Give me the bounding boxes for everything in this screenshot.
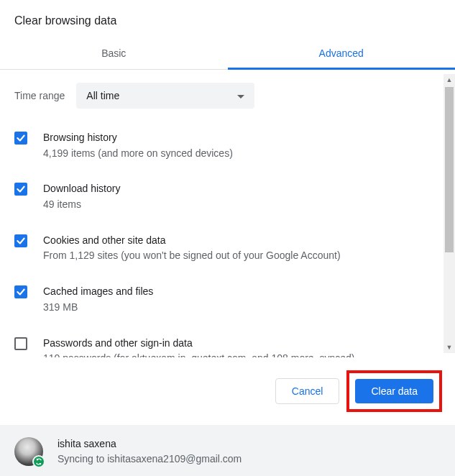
item-label: Cached images and files: [43, 284, 153, 300]
list-item: Passwords and other sign-in data110 pass…: [14, 329, 441, 358]
checkbox[interactable]: [14, 285, 27, 298]
time-range-value: All time: [86, 90, 119, 101]
dialog-title: Clear browsing data: [0, 0, 455, 39]
clear-data-button[interactable]: Clear data: [355, 379, 433, 403]
list-item: Browsing history4,199 items (and more on…: [14, 123, 441, 174]
time-range-select[interactable]: All time: [76, 83, 254, 109]
item-description: 49 items: [43, 197, 120, 213]
options-scroll-area: Time range All time Browsing history4,19…: [0, 70, 455, 357]
scrollbar-thumb[interactable]: [445, 87, 454, 252]
checkbox[interactable]: [14, 132, 27, 145]
tab-basic[interactable]: Basic: [0, 39, 228, 69]
account-status: Syncing to ishitasaxena2109@gmail.com: [58, 452, 242, 467]
time-range-row: Time range All time: [14, 70, 441, 123]
account-name: ishita saxena: [58, 436, 242, 452]
account-row: ishita saxena Syncing to ishitasaxena210…: [0, 425, 455, 476]
item-text: Cookies and other site dataFrom 1,129 si…: [43, 233, 341, 264]
dialog-actions: Cancel Clear data: [0, 357, 455, 425]
item-description: 110 passwords (for aktuexam.in, quetext.…: [43, 351, 354, 357]
cancel-button[interactable]: Cancel: [275, 378, 340, 404]
scroll-down-arrow-icon[interactable]: ▼: [443, 342, 455, 353]
item-label: Browsing history: [43, 130, 233, 146]
tab-advanced[interactable]: Advanced: [228, 39, 456, 69]
list-item: Download history49 items: [14, 174, 441, 225]
scroll-up-arrow-icon[interactable]: ▲: [443, 74, 455, 86]
annotation-highlight: Clear data: [346, 370, 442, 412]
scrollbar[interactable]: ▲ ▼: [443, 74, 455, 353]
sync-badge-icon: [32, 455, 45, 468]
item-text: Passwords and other sign-in data110 pass…: [43, 336, 354, 358]
list-item: Cached images and files319 MB: [14, 277, 441, 328]
item-label: Cookies and other site data: [43, 233, 341, 249]
item-text: Cached images and files319 MB: [43, 284, 153, 315]
item-description: 319 MB: [43, 300, 153, 316]
item-text: Download history49 items: [43, 181, 120, 212]
clear-browsing-data-dialog: Clear browsing data Basic Advanced Time …: [0, 0, 455, 476]
time-range-label: Time range: [14, 90, 65, 101]
checkbox[interactable]: [14, 234, 27, 247]
checkbox[interactable]: [14, 337, 27, 350]
caret-down-icon: [237, 90, 244, 101]
item-description: From 1,129 sites (you won't be signed ou…: [43, 248, 341, 264]
options-list: Browsing history4,199 items (and more on…: [14, 123, 441, 357]
item-label: Passwords and other sign-in data: [43, 336, 354, 352]
account-text: ishita saxena Syncing to ishitasaxena210…: [58, 436, 242, 467]
list-item: Cookies and other site dataFrom 1,129 si…: [14, 226, 441, 277]
avatar-wrap: [14, 437, 43, 466]
item-label: Download history: [43, 181, 120, 197]
item-description: 4,199 items (and more on synced devices): [43, 146, 233, 162]
checkbox[interactable]: [14, 183, 27, 196]
item-text: Browsing history4,199 items (and more on…: [43, 130, 233, 161]
tab-bar: Basic Advanced: [0, 39, 455, 70]
